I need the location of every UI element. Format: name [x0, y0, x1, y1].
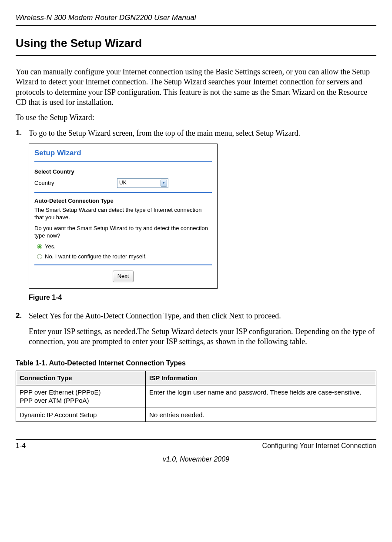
autodetect-desc-2: Do you want the Smart Setup Wizard to tr… [34, 225, 212, 240]
section-heading: Using the Setup Wizard [16, 36, 376, 56]
radio-yes-label: Yes. [45, 243, 56, 251]
radio-no-icon [37, 254, 42, 259]
footer-chapter: Configuring Your Internet Connection [262, 442, 376, 451]
step-1-number: 1. [16, 128, 29, 138]
step-2-number: 2. [16, 311, 29, 352]
radio-no-label: No. I want to configure the router mysel… [45, 253, 147, 261]
step-2: 2. Select Yes for the Auto-Detect Connec… [16, 311, 376, 352]
intro-lead: To use the Setup Wizard: [16, 113, 376, 123]
next-button[interactable]: Next [113, 271, 134, 282]
table-row: PPP over Ethernet (PPPoE) PPP over ATM (… [16, 385, 376, 408]
country-label: Country [34, 180, 117, 187]
intro-paragraph: You can manually configure your Internet… [16, 67, 376, 108]
table-cell-type: Dynamic IP Account Setup [16, 408, 146, 422]
step-1-text: To go to the Setup Wizard screen, from t… [29, 128, 300, 138]
table-header-isp-info: ISP Information [146, 371, 376, 385]
step-2-paragraph: Enter your ISP settings, as needed.The S… [29, 327, 376, 347]
setup-wizard-screenshot: Setup Wizard Select Country Country UK ▾… [29, 144, 218, 289]
radio-yes-row[interactable]: Yes. [37, 243, 212, 251]
table-caption: Table 1-1. Auto-Detected Internet Connec… [16, 359, 376, 368]
wizard-title: Setup Wizard [34, 148, 212, 162]
chevron-down-icon: ▾ [161, 180, 167, 187]
radio-no-row[interactable]: No. I want to configure the router mysel… [37, 253, 212, 261]
table-cell-info: No entries needed. [146, 408, 376, 422]
page-footer: 1-4 Configuring Your Internet Connection… [16, 439, 376, 464]
step-2-text: Select Yes for the Auto-Detect Connectio… [29, 311, 376, 321]
select-country-heading: Select Country [34, 168, 212, 176]
table-row: Dynamic IP Account Setup No entries need… [16, 408, 376, 422]
footer-page-number: 1-4 [16, 442, 26, 451]
figure-caption: Figure 1-4 [29, 293, 376, 302]
step-1: 1. To go to the Setup Wizard screen, fro… [16, 128, 376, 138]
autodetect-desc-1: The Smart Setup Wizard can detect the ty… [34, 207, 212, 221]
country-row: Country UK ▾ [34, 177, 212, 193]
table-cell-type: PPP over Ethernet (PPPoE) PPP over ATM (… [16, 385, 146, 408]
country-select-value: UK [119, 180, 127, 187]
manual-header: Wireless-N 300 Modem Router DGN2200 User… [16, 13, 376, 26]
country-select[interactable]: UK ▾ [117, 178, 168, 188]
autodetect-heading: Auto-Detect Connection Type [34, 197, 212, 205]
table-cell-info: Enter the login user name and password. … [146, 385, 376, 408]
wizard-divider [34, 264, 212, 265]
footer-version: v1.0, November 2009 [16, 455, 376, 464]
table-header-connection-type: Connection Type [16, 371, 146, 385]
connection-types-table: Connection Type ISP Information PPP over… [16, 371, 376, 422]
radio-yes-icon [37, 244, 42, 249]
